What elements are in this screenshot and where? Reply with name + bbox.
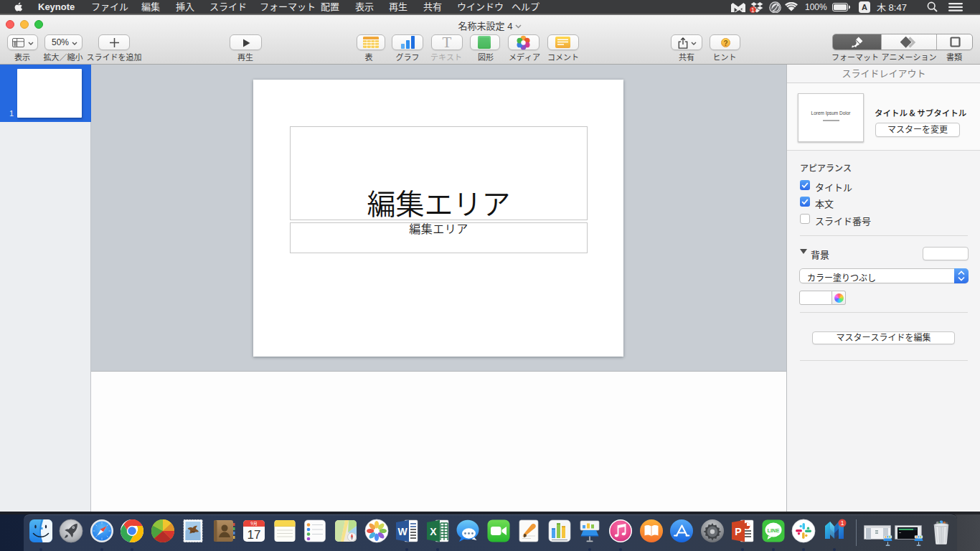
svg-text:9月: 9月: [251, 520, 258, 527]
svg-text:1: 1: [751, 6, 755, 13]
svg-text:X: X: [430, 526, 437, 537]
svg-text:LINE: LINE: [767, 527, 779, 534]
svg-text:1: 1: [840, 519, 844, 527]
svg-text:W: W: [397, 526, 407, 537]
svg-text:P: P: [735, 526, 742, 537]
svg-text:17: 17: [248, 528, 261, 542]
